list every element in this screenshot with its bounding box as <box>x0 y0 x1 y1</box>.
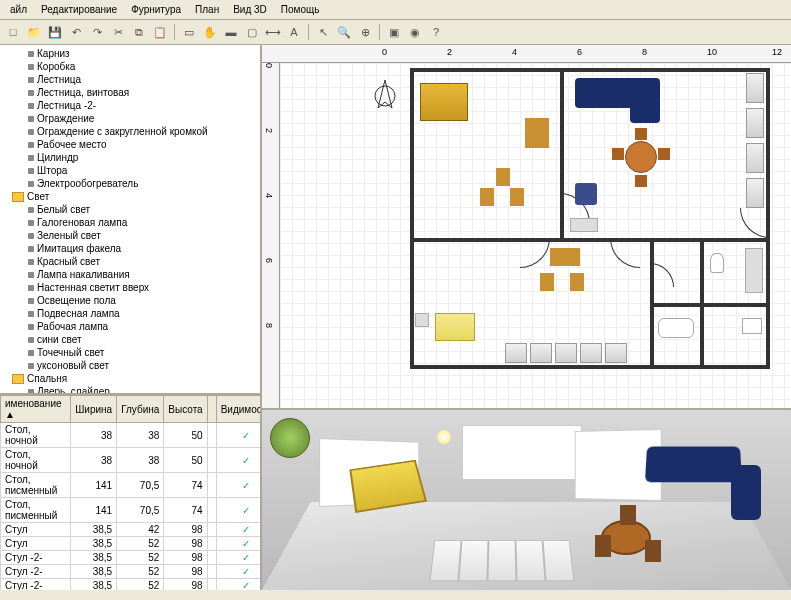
sink[interactable] <box>742 318 762 334</box>
column-header[interactable]: Высота <box>164 396 207 423</box>
stool[interactable] <box>570 273 584 291</box>
chair-3d[interactable] <box>595 535 611 557</box>
kitchen-3d[interactable] <box>429 540 574 581</box>
view-3d[interactable] <box>262 410 791 590</box>
wall[interactable] <box>650 303 770 307</box>
menu-item[interactable]: Вид 3D <box>227 2 273 17</box>
table-row[interactable]: Стул -2-38,55298✓ <box>1 551 261 565</box>
door[interactable] <box>610 238 640 268</box>
furniture-tree[interactable]: КарнизКоробкаЛестницаЛестница, винтоваяЛ… <box>0 45 260 395</box>
desk[interactable] <box>525 118 549 148</box>
tree-item[interactable]: Ограждение <box>2 112 258 125</box>
tree-item[interactable]: Настенная светит вверх <box>2 281 258 294</box>
arrow-icon[interactable]: ↖ <box>314 23 332 41</box>
bed[interactable] <box>435 313 475 341</box>
tree-item[interactable]: Рабочая лампа <box>2 320 258 333</box>
cabinet[interactable] <box>746 143 764 173</box>
new-icon[interactable]: □ <box>4 23 22 41</box>
tree-item[interactable]: Дверь, слайдер <box>2 385 258 395</box>
column-header[interactable]: именование ▲ <box>1 396 71 423</box>
tree-item[interactable]: Точечный свет <box>2 346 258 359</box>
plan-2d-view[interactable]: 024681012 02468 <box>262 45 791 410</box>
column-header[interactable] <box>207 396 216 423</box>
bathtub[interactable] <box>658 318 694 338</box>
wall-icon[interactable]: ▬ <box>222 23 240 41</box>
bunk-bed[interactable] <box>420 83 468 121</box>
help-icon[interactable]: ? <box>427 23 445 41</box>
door[interactable] <box>520 238 550 268</box>
tree-item[interactable]: Имитация факела <box>2 242 258 255</box>
sofa-3d[interactable] <box>731 465 761 520</box>
tree-item[interactable]: Карниз <box>2 47 258 60</box>
tree-item[interactable]: Коробка <box>2 60 258 73</box>
render-icon[interactable]: ◉ <box>406 23 424 41</box>
menu-item[interactable]: Фурнитура <box>125 2 187 17</box>
tree-item[interactable]: Освещение пола <box>2 294 258 307</box>
sofa[interactable] <box>575 78 635 108</box>
stool[interactable] <box>496 168 510 186</box>
menu-item[interactable]: Редактирование <box>35 2 123 17</box>
tree-item[interactable]: Красный свет <box>2 255 258 268</box>
tree-item[interactable]: Зеленый свет <box>2 229 258 242</box>
menu-item[interactable]: План <box>189 2 225 17</box>
door[interactable] <box>740 208 770 238</box>
toilet[interactable] <box>710 253 724 273</box>
chair-3d[interactable] <box>620 505 636 525</box>
table-row[interactable]: Стол, ночной383850✓ <box>1 423 261 448</box>
table-row[interactable]: Стул38,55298✓ <box>1 537 261 551</box>
chair[interactable] <box>658 148 670 160</box>
tree-item[interactable]: Белый свет <box>2 203 258 216</box>
fridge[interactable] <box>746 73 764 103</box>
sofa-section[interactable] <box>630 78 660 123</box>
tree-item[interactable]: Штора <box>2 164 258 177</box>
kitchen-cabinet[interactable] <box>555 343 577 363</box>
shelf[interactable] <box>745 248 763 293</box>
round-table[interactable] <box>625 141 657 173</box>
save-icon[interactable]: 💾 <box>46 23 64 41</box>
chair[interactable] <box>635 128 647 140</box>
kitchen-cabinet[interactable] <box>505 343 527 363</box>
tree-folder[interactable]: Спальня <box>2 372 258 385</box>
stool[interactable] <box>540 273 554 291</box>
column-header[interactable]: Глубина <box>117 396 164 423</box>
cut-icon[interactable]: ✂ <box>109 23 127 41</box>
copy-icon[interactable]: ⧉ <box>130 23 148 41</box>
chair[interactable] <box>612 148 624 160</box>
desk[interactable] <box>550 248 580 266</box>
dim-icon[interactable]: ⟷ <box>264 23 282 41</box>
tree-item[interactable]: Лампа накаливания <box>2 268 258 281</box>
3d-icon[interactable]: ▣ <box>385 23 403 41</box>
select-icon[interactable]: ▭ <box>180 23 198 41</box>
wall[interactable] <box>410 238 770 242</box>
nightstand[interactable] <box>415 313 429 327</box>
chair-3d[interactable] <box>645 540 661 562</box>
open-icon[interactable]: 📁 <box>25 23 43 41</box>
kitchen-cabinet[interactable] <box>530 343 552 363</box>
tree-item[interactable]: Галогеновая лампа <box>2 216 258 229</box>
room-icon[interactable]: ▢ <box>243 23 261 41</box>
tree-item[interactable]: Лестница -2- <box>2 99 258 112</box>
tree-item[interactable]: Лестница <box>2 73 258 86</box>
table-row[interactable]: Стол, писменный14170,574✓ <box>1 473 261 498</box>
column-header[interactable]: Видимость <box>216 396 260 423</box>
tree-item[interactable]: Рабочее место <box>2 138 258 151</box>
door[interactable] <box>650 263 674 287</box>
table-row[interactable]: Стул -2-38,55298✓ <box>1 565 261 579</box>
tree-item[interactable]: сини свет <box>2 333 258 346</box>
menu-item[interactable]: айл <box>4 2 33 17</box>
menu-item[interactable]: Помощь <box>275 2 326 17</box>
zoom-in-icon[interactable]: ⊕ <box>356 23 374 41</box>
chair[interactable] <box>635 175 647 187</box>
redo-icon[interactable]: ↷ <box>88 23 106 41</box>
wall[interactable] <box>410 68 414 368</box>
table-row[interactable]: Стул -2-38,55298✓ <box>1 579 261 591</box>
nav-compass-icon[interactable] <box>270 418 310 458</box>
wall[interactable] <box>410 68 770 72</box>
sofa-3d[interactable] <box>645 447 742 483</box>
tree-item[interactable]: уксоновый свет <box>2 359 258 372</box>
paste-icon[interactable]: 📋 <box>151 23 169 41</box>
pan-icon[interactable]: ✋ <box>201 23 219 41</box>
table-row[interactable]: Стол, писменный14170,574✓ <box>1 498 261 523</box>
tree-item[interactable]: Подвесная лампа <box>2 307 258 320</box>
tree-folder[interactable]: Свет <box>2 190 258 203</box>
